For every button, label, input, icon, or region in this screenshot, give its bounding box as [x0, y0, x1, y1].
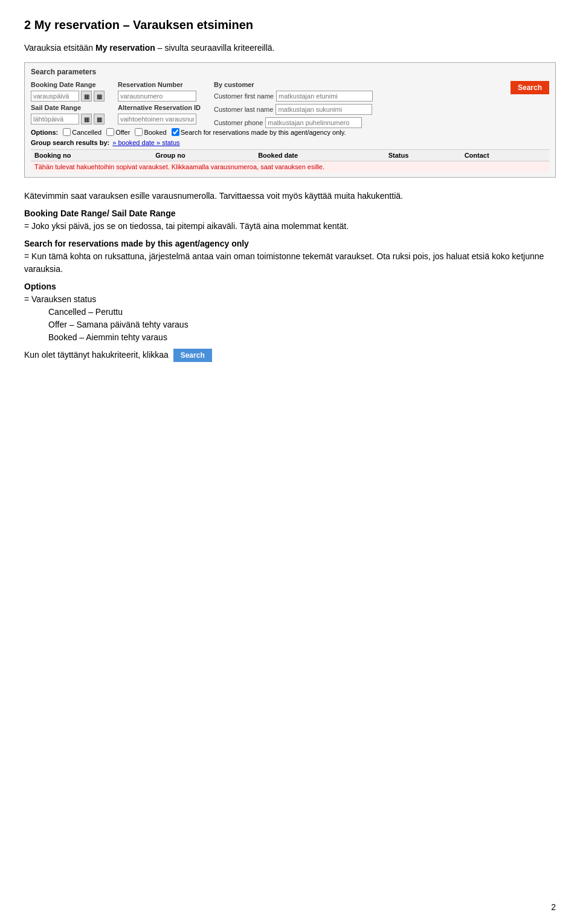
customer-first-name-input[interactable] [276, 91, 373, 102]
customer-last-name-label: Customer last name [214, 106, 273, 113]
alt-reservation-input[interactable] [118, 114, 196, 124]
options-heading: Options [24, 282, 56, 291]
para-final: Kun olet täyttänyt hakukriteerit, klikka… [24, 349, 556, 362]
search-agency-body: = Kun tämä kohta on ruksattuna, järjeste… [24, 251, 544, 274]
customer-phone-row: Customer phone [214, 117, 373, 128]
search-button[interactable]: Search [511, 81, 549, 94]
options-row: Options: Cancelled Offer Booked Search f… [31, 128, 549, 136]
results-highlight-text: Tähän tulevat hakuehtoihin sopivat varau… [31, 161, 549, 173]
reservation-number-input[interactable] [118, 91, 196, 102]
search-panel-title: Search parameters [31, 68, 549, 76]
sail-date-label: Sail Date Range [31, 104, 105, 111]
sail-date-to-cal[interactable]: ▦ [94, 114, 105, 124]
reservation-number-label: Reservation Number [118, 81, 201, 88]
search-params-row: Booking Date Range ▦ ▦ Sail Date Range ▦… [31, 81, 549, 128]
inline-search-button[interactable]: Search [173, 349, 212, 362]
date-range-group: Booking Date Range ▦ ▦ Sail Date Range ▦… [31, 81, 105, 128]
customer-last-name-input[interactable] [276, 104, 372, 115]
booked-checkbox[interactable] [135, 128, 143, 136]
customer-phone-input[interactable] [265, 117, 362, 128]
cancelled-label: Cancelled [72, 129, 102, 136]
cancelled-checkbox-item[interactable]: Cancelled [63, 128, 102, 136]
search-columns: Booking Date Range ▦ ▦ Sail Date Range ▦… [31, 81, 511, 128]
para-options: Options = Varauksen status Cancelled – P… [24, 280, 556, 344]
table-row: Tähän tulevat hakuehtoihin sopivat varau… [31, 161, 549, 173]
search-button-wrap: Search [511, 81, 549, 95]
group-row: Group search results by: » booked date »… [31, 139, 549, 146]
table-header-row: Booking no Group no Booked date Status C… [31, 150, 549, 161]
results-table: Booking no Group no Booked date Status C… [31, 149, 549, 172]
search-agency-heading: Search for reservations made by this age… [24, 239, 249, 248]
customer-lastname-row: Customer last name [214, 104, 373, 115]
options-body: = Varauksen status [24, 294, 96, 304]
intro-paragraph: Varauksia etsitään My reservation – sivu… [24, 43, 556, 53]
offer-body: Offer – Samana päivänä tehty varaus [48, 320, 188, 329]
para-booking-date: Booking Date Range/ Sail Date Range = Jo… [24, 207, 556, 233]
col-booking-no: Booking no [31, 150, 152, 161]
sail-date-row: ▦ ▦ [31, 114, 105, 124]
cancelled-body: Cancelled – Peruttu [48, 307, 123, 317]
booking-date-from-cal[interactable]: ▦ [81, 91, 92, 102]
cancelled-checkbox[interactable] [63, 128, 71, 136]
booking-date-heading: Booking Date Range/ Sail Date Range [24, 208, 176, 218]
booking-date-from[interactable] [31, 91, 79, 102]
sail-date-from[interactable] [31, 114, 79, 124]
col-group-no: Group no [152, 150, 254, 161]
alt-reservation-label: Alternative Reservation ID [118, 104, 201, 111]
offer-label: Offer [115, 129, 130, 136]
col-status: Status [385, 150, 461, 161]
col-booked-date: Booked date [254, 150, 385, 161]
booking-date-body: = Joko yksi päivä, jos se on tiedossa, t… [24, 221, 349, 231]
booked-checkbox-item[interactable]: Booked [135, 128, 166, 136]
col-contact: Contact [461, 150, 549, 161]
offer-checkbox[interactable] [106, 128, 114, 136]
sail-date-from-cal[interactable]: ▦ [81, 114, 92, 124]
search-panel: Search parameters Booking Date Range ▦ ▦… [24, 62, 556, 178]
body-section: Kätevimmin saat varauksen esille varausn… [24, 190, 556, 362]
group-label: Group search results by: [31, 139, 109, 146]
booking-date-label: Booking Date Range [31, 81, 105, 88]
booked-label: Booked [144, 129, 166, 136]
reservation-number-group: Reservation Number Alternative Reservati… [118, 81, 201, 128]
page-title: 2 My reservation – Varauksen etsiminen [24, 18, 556, 32]
customer-first-name-label: Customer first name [214, 92, 274, 100]
booking-date-row: ▦ ▦ [31, 91, 105, 102]
para-search-agency: Search for reservations made by this age… [24, 237, 556, 276]
booked-body: Booked – Aiemmin tehty varaus [48, 332, 167, 342]
agency-only-checkbox-item[interactable]: Search for reservations made by this age… [172, 128, 346, 136]
customer-phone-label: Customer phone [214, 119, 263, 126]
group-by-links[interactable]: » booked date » status [112, 139, 179, 146]
agency-only-checkbox[interactable] [172, 128, 179, 136]
booking-date-to-cal[interactable]: ▦ [94, 91, 105, 102]
by-customer-group: By customer Customer first name Customer… [214, 81, 373, 128]
options-label: Options: [31, 129, 58, 136]
by-customer-label: By customer [214, 81, 373, 88]
para-1: Kätevimmin saat varauksen esille varausn… [24, 190, 556, 202]
customer-firstname-row: Customer first name [214, 91, 373, 102]
offer-checkbox-item[interactable]: Offer [106, 128, 130, 136]
final-text: Kun olet täyttänyt hakukriteerit, klikka… [24, 350, 169, 360]
agency-only-label: Search for reservations made by this age… [181, 129, 346, 136]
